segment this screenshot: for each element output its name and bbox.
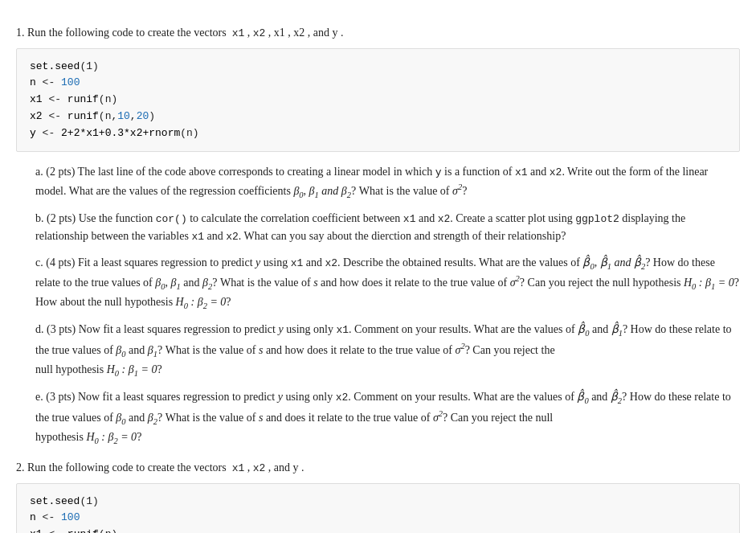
page-content: 1. Run the following code to create the …	[16, 24, 740, 533]
code-line: x1 <- runif(n)	[30, 92, 726, 109]
part-c-label: c. (4 pts) Fit a least squares regressio…	[35, 256, 739, 309]
code-block-1: set.seed(1) n <- 100 x1 <- runif(n) x2 <…	[16, 48, 740, 153]
part-a-label: a. (2 pts) The last line of the code abo…	[35, 166, 708, 197]
part-a: a. (2 pts) The last line of the code abo…	[35, 163, 740, 202]
section1-code-vars: x1 , x2 , x1 , x2 , and y .	[229, 27, 343, 39]
code-line: y <- 2+2*x1+0.3*x2+rnorm(n)	[30, 125, 726, 142]
part-e: e. (3 pts) Now fit a least squares regre…	[35, 388, 740, 448]
part-d-label: d. (3 pts) Now fit a least squares regre…	[35, 323, 732, 375]
code-line: n <- 100	[30, 510, 726, 527]
section2-header: 2. Run the following code to create the …	[16, 459, 740, 477]
part-d: d. (3 pts) Now fit a least squares regre…	[35, 321, 740, 380]
code-line: set.seed(1)	[30, 494, 726, 510]
section1-label: 1. Run the following code to create the …	[16, 27, 227, 39]
code-block-2: set.seed(1) n <- 100 x1 <- runif(n) x2 <…	[16, 483, 740, 533]
part-b: b. (2 pts) Use the function cor() to cal…	[35, 210, 740, 245]
section2-code-vars: x1 , x2 , and y .	[229, 461, 304, 474]
code-line: set.seed(1)	[30, 59, 726, 76]
part-e-label: e. (3 pts) Now fit a least squares regre…	[35, 391, 731, 443]
code-line: x1 <- runif(n)	[30, 527, 726, 533]
section2-vars-text: and y .	[274, 461, 304, 474]
section2-label: 2. Run the following code to create the …	[16, 461, 227, 474]
part-c: c. (4 pts) Fit a least squares regressio…	[35, 254, 740, 314]
code-line: n <- 100	[30, 75, 726, 92]
section1-vars-text: x1 , x2 , and y .	[274, 27, 344, 39]
section1-header: 1. Run the following code to create the …	[16, 24, 740, 42]
part-b-label: b. (2 pts) Use the function cor() to cal…	[35, 212, 685, 242]
parts-list-1: a. (2 pts) The last line of the code abo…	[35, 163, 740, 448]
code-line: x2 <- runif(n,10,20)	[30, 109, 726, 125]
